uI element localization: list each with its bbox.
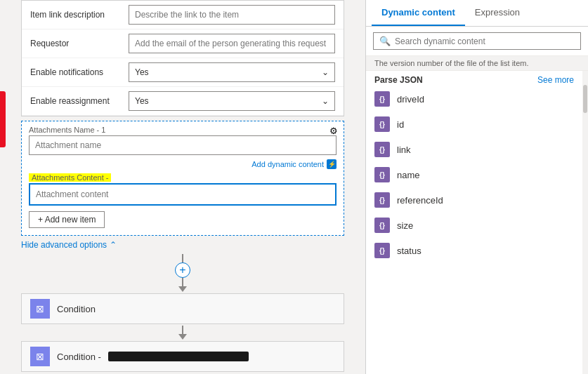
see-more-link[interactable]: See more [537, 75, 574, 85]
tab-dynamic-label: Dynamic content [381, 7, 455, 18]
enable-reassignment-value: Yes [135, 96, 149, 106]
search-icon: 🔍 [379, 36, 391, 46]
redacted-content [108, 352, 249, 361]
attachment-content-wrapper [29, 183, 337, 206]
enable-reassignment-row: Enable reassignment Yes ⌄ [22, 87, 344, 116]
item-link-description-row: Item link description [22, 1, 344, 29]
enable-reassignment-label: Enable reassignment [30, 96, 129, 106]
gear-icon[interactable]: ⚙ [329, 126, 338, 136]
item-label-size: size [397, 220, 413, 231]
scroll-hint: The version number of the file of the li… [366, 55, 588, 71]
condition-step-2-prefix: Condition - [57, 352, 101, 362]
item-label-id: id [397, 119, 404, 130]
dynamic-item-size[interactable]: {} size [366, 213, 582, 238]
dynamic-content-icon: ⚡ [327, 159, 337, 169]
item-icon-link: {} [374, 142, 390, 157]
dynamic-item-status[interactable]: {} status [366, 238, 582, 263]
enable-notifications-row: Enable notifications Yes ⌄ [22, 58, 344, 87]
tab-dynamic-content[interactable]: Dynamic content [372, 0, 465, 26]
flow-connector-2 [0, 326, 365, 340]
condition-step-2[interactable]: ⊠ Condition - [21, 341, 344, 372]
flow-line-1 [182, 254, 183, 262]
enable-notifications-value: Yes [135, 67, 149, 77]
flow-arrow-2 [178, 334, 187, 340]
item-icon-id: {} [374, 116, 390, 132]
section-header: Parse JSON See more [366, 71, 582, 86]
tab-expression[interactable]: Expression [465, 0, 530, 26]
flow-connector-1: + [0, 254, 365, 292]
dynamic-item-driveId[interactable]: {} driveId [366, 86, 582, 112]
search-box: 🔍 [373, 32, 581, 50]
condition-step-icon-2: ⊠ [30, 347, 50, 366]
item-label-driveId: driveId [397, 94, 424, 105]
red-highlight-decoration [0, 91, 6, 147]
attachment-name-label: Attachments Name - 1 [29, 126, 337, 134]
chevron-down-icon-2: ⌄ [322, 96, 329, 106]
dynamic-item-referenceId[interactable]: {} referenceId [366, 187, 582, 213]
scrollbar-thumb[interactable] [583, 85, 587, 113]
attachment-name-row: Attachments Name - 1 [29, 126, 337, 155]
panel-tabs: Dynamic content Expression [366, 0, 588, 27]
item-icon-driveId: {} [374, 91, 390, 107]
item-icon-status: {} [374, 243, 390, 258]
item-label-status: status [397, 246, 422, 256]
requestor-label: Requestor [30, 39, 129, 48]
dynamic-item-id[interactable]: {} id [366, 112, 582, 137]
form-card: Item link description Requestor Enable n… [21, 0, 344, 116]
item-link-description-label: Item link description [30, 10, 129, 20]
item-icon-size: {} [374, 218, 390, 233]
item-label-link: link [397, 145, 411, 155]
hide-advanced-options[interactable]: Hide advanced options ⌃ [21, 240, 344, 250]
item-icon-referenceId: {} [374, 192, 390, 208]
enable-notifications-label: Enable notifications [30, 67, 129, 77]
add-step-button-1[interactable]: + [175, 262, 190, 278]
add-dynamic-content-label: Add dynamic content [251, 160, 324, 168]
add-new-item-button[interactable]: + Add new item [29, 211, 105, 228]
tab-expression-label: Expression [475, 7, 520, 18]
attachment-content-input[interactable] [30, 185, 335, 204]
attachment-content-section: Attachments Content - [29, 172, 337, 206]
section-title: Parse JSON [374, 75, 423, 85]
search-input[interactable] [395, 36, 575, 46]
condition-step-label: Condition [57, 304, 96, 314]
flow-line-2 [182, 278, 183, 286]
dynamic-item-name[interactable]: {} name [366, 162, 582, 187]
attachments-section: ⚙ Attachments Name - 1 Add dynamic conte… [21, 121, 344, 236]
condition-step-1[interactable]: ⊠ Condition [21, 293, 344, 324]
condition-step-icon: ⊠ [30, 299, 50, 319]
dynamic-items-container: {} driveId {} id {} link {} name {} refe… [366, 86, 582, 263]
enable-notifications-select[interactable]: Yes ⌄ [129, 62, 335, 82]
item-icon-name: {} [374, 167, 390, 182]
requestor-input[interactable] [129, 34, 335, 53]
item-label-referenceId: referenceId [397, 195, 443, 206]
right-panel: Dynamic content Expression 🔍 The version… [365, 0, 588, 374]
requestor-row: Requestor [22, 29, 344, 58]
add-new-item-label: + Add new item [38, 215, 96, 225]
item-link-description-input[interactable] [129, 5, 335, 25]
item-label-name: name [397, 170, 420, 180]
attachment-name-input[interactable] [29, 135, 337, 155]
scrollbar[interactable] [582, 71, 588, 374]
enable-reassignment-select[interactable]: Yes ⌄ [129, 91, 335, 111]
flow-arrow-1 [178, 286, 187, 292]
chevron-up-icon: ⌃ [110, 240, 117, 250]
chevron-down-icon: ⌄ [322, 67, 329, 77]
flow-line-3 [182, 326, 183, 334]
attachment-content-label: Attachments Content - [29, 173, 111, 182]
dynamic-item-link[interactable]: {} link [366, 137, 582, 162]
hide-advanced-label: Hide advanced options [21, 240, 107, 250]
add-dynamic-content-link[interactable]: Add dynamic content ⚡ [29, 159, 337, 169]
dynamic-items-list: Parse JSON See more {} driveId {} id {} … [366, 71, 582, 374]
